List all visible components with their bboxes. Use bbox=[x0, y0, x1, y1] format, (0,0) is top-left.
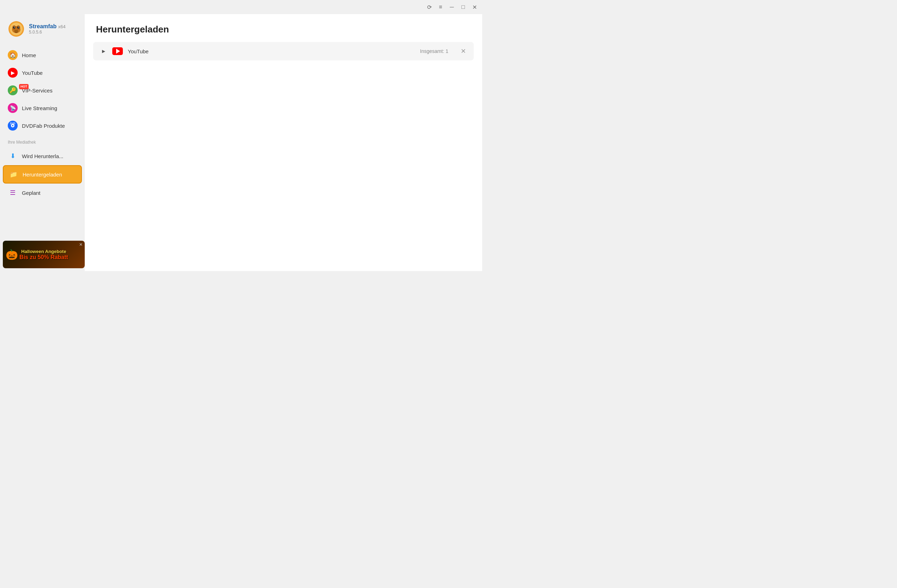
sidebar-item-home[interactable]: 🏠 Home bbox=[3, 47, 82, 64]
sidebar-item-home-label: Home bbox=[22, 52, 36, 58]
content-area: ▶ YouTube Insgesamt: 1 ✕ bbox=[85, 42, 482, 271]
vip-icon: 🔑 bbox=[8, 86, 18, 95]
app-version: 5.0.5.6 bbox=[29, 30, 66, 35]
app-container: Streamfab x64 5.0.5.6 🏠 Home ▶ YouTube bbox=[0, 14, 482, 271]
sidebar-item-youtube[interactable]: ▶ YouTube bbox=[3, 64, 82, 81]
svg-point-11 bbox=[14, 30, 18, 32]
close-youtube-row-button[interactable]: ✕ bbox=[459, 47, 467, 55]
library-section-label: Ihre Mediathek bbox=[0, 134, 85, 147]
hot-badge: HOT bbox=[19, 84, 29, 89]
planned-icon: ☰ bbox=[8, 188, 18, 198]
svg-point-7 bbox=[13, 26, 15, 29]
banner-line1: Halloween Angebote bbox=[21, 249, 66, 254]
youtube-row-label: YouTube bbox=[128, 48, 415, 54]
sidebar-item-planned-label: Geplant bbox=[22, 190, 41, 196]
sidebar-item-dvdfab-label: DVDFab Produkte bbox=[22, 123, 65, 129]
insgesamt-label: Insgesamt: 1 bbox=[420, 48, 448, 54]
youtube-play-icon bbox=[116, 49, 120, 54]
title-bar: ⟳ ≡ ─ □ ✕ bbox=[0, 0, 482, 14]
svg-point-8 bbox=[17, 26, 20, 29]
svg-point-9 bbox=[14, 27, 15, 28]
app-arch: x64 bbox=[58, 24, 66, 29]
sidebar-item-youtube-label: YouTube bbox=[22, 70, 43, 76]
sidebar-item-planned[interactable]: ☰ Geplant bbox=[3, 184, 82, 201]
banner-close-button[interactable]: ✕ bbox=[79, 242, 83, 247]
sidebar-item-downloading[interactable]: ⬇ Wird Herunterla... bbox=[3, 147, 82, 164]
app-logo bbox=[7, 20, 25, 38]
banner-line2: Bis zu 50% Rabatt bbox=[20, 254, 68, 260]
sidebar-item-vip[interactable]: 🔑 VIP-Services HOT bbox=[3, 82, 82, 99]
sidebar-item-downloaded-label: Heruntergeladen bbox=[23, 172, 62, 178]
sidebar-item-downloading-label: Wird Herunterla... bbox=[22, 153, 64, 159]
youtube-row: ▶ YouTube Insgesamt: 1 ✕ bbox=[93, 42, 474, 60]
sidebar-item-dvdfab[interactable]: DVD DVDFab Produkte bbox=[3, 117, 82, 134]
sidebar-item-livestream-label: Live Streaming bbox=[22, 105, 57, 111]
page-title: Heruntergeladen bbox=[85, 14, 482, 42]
minimize-button[interactable]: ─ bbox=[448, 3, 455, 11]
sidebar-item-livestream[interactable]: 📡 Live Streaming bbox=[3, 100, 82, 116]
dvdfab-icon: DVD bbox=[8, 121, 18, 130]
youtube-nav-icon: ▶ bbox=[8, 68, 18, 78]
history-icon[interactable]: ⟳ bbox=[426, 3, 433, 11]
svg-point-10 bbox=[18, 27, 19, 28]
nav-items: 🏠 Home ▶ YouTube 🔑 VIP-Services HOT � bbox=[0, 47, 85, 134]
livestream-icon: 📡 bbox=[8, 103, 18, 113]
downloaded-icon: 📁 bbox=[8, 169, 18, 179]
svg-text:DVD: DVD bbox=[10, 122, 15, 125]
logo-text: Streamfab x64 5.0.5.6 bbox=[29, 23, 66, 35]
logo-area: Streamfab x64 5.0.5.6 bbox=[0, 14, 85, 47]
youtube-row-icon bbox=[112, 47, 123, 55]
banner-area: 🎃 ✕ Halloween Angebote Bis zu 50% Rabatt bbox=[0, 238, 85, 271]
pumpkin-icon: 🎃 bbox=[6, 249, 18, 260]
app-name: Streamfab x64 bbox=[29, 23, 66, 30]
menu-icon[interactable]: ≡ bbox=[437, 3, 444, 11]
svg-point-14 bbox=[12, 125, 14, 126]
expand-youtube-button[interactable]: ▶ bbox=[99, 47, 107, 55]
maximize-button[interactable]: □ bbox=[460, 3, 467, 11]
library-items: ⬇ Wird Herunterla... 📁 Heruntergeladen ☰… bbox=[0, 147, 85, 201]
downloading-icon: ⬇ bbox=[8, 151, 18, 161]
sidebar-item-downloaded[interactable]: 📁 Heruntergeladen bbox=[3, 165, 82, 184]
promo-banner[interactable]: 🎃 ✕ Halloween Angebote Bis zu 50% Rabatt bbox=[3, 241, 85, 268]
main-content: Heruntergeladen ▶ YouTube Insgesamt: 1 ✕ bbox=[85, 14, 482, 271]
home-icon: 🏠 bbox=[8, 50, 18, 60]
sidebar: Streamfab x64 5.0.5.6 🏠 Home ▶ YouTube bbox=[0, 14, 85, 271]
close-button[interactable]: ✕ bbox=[471, 3, 478, 11]
